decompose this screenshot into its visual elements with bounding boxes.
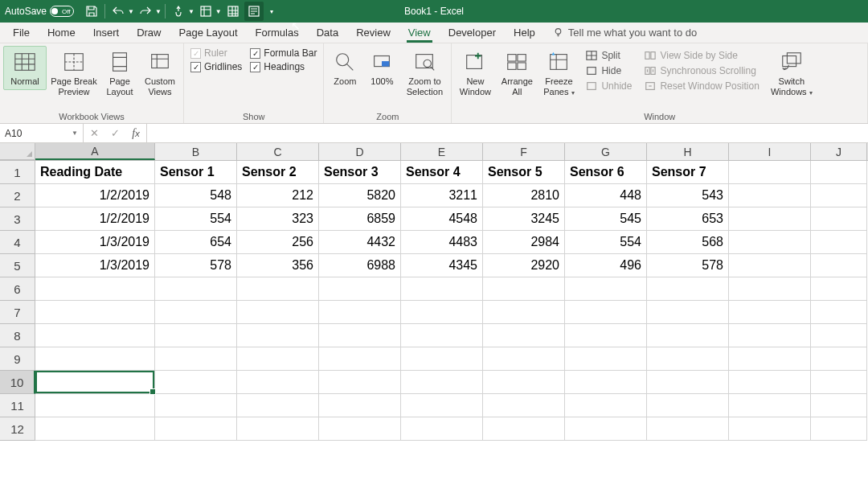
cell[interactable]: [811, 254, 867, 277]
chevron-down-icon[interactable]: ▼: [155, 8, 162, 15]
cell[interactable]: [729, 207, 811, 231]
cell[interactable]: [729, 417, 811, 441]
cell[interactable]: 4548: [401, 207, 483, 231]
cell[interactable]: 4432: [319, 231, 401, 254]
row-header[interactable]: 9: [0, 347, 35, 371]
cell[interactable]: [401, 417, 483, 441]
column-header-C[interactable]: C: [237, 143, 319, 160]
cell[interactable]: 6859: [319, 207, 401, 231]
cell[interactable]: [35, 347, 155, 371]
cell[interactable]: Sensor 4: [401, 161, 483, 184]
cell[interactable]: [565, 277, 647, 301]
cell[interactable]: [729, 347, 811, 371]
form-icon[interactable]: [244, 2, 264, 21]
cell[interactable]: 4483: [401, 231, 483, 254]
tab-insert[interactable]: Insert: [85, 23, 128, 43]
cell[interactable]: [811, 184, 867, 207]
page-layout-button[interactable]: Page Layout: [101, 46, 138, 100]
row-header[interactable]: 3: [0, 207, 35, 231]
row-header[interactable]: 10: [0, 371, 35, 394]
formula-bar[interactable]: [147, 124, 868, 142]
toggle-off-icon[interactable]: Off: [50, 6, 74, 17]
cell[interactable]: [319, 277, 401, 301]
cell[interactable]: 1/3/2019: [35, 254, 155, 277]
cell[interactable]: [483, 277, 565, 301]
cell[interactable]: [729, 394, 811, 417]
tab-data[interactable]: Data: [309, 23, 346, 43]
cell[interactable]: [647, 324, 729, 347]
column-header-F[interactable]: F: [483, 143, 565, 160]
cell[interactable]: 1/3/2019: [35, 231, 155, 254]
row-header[interactable]: 7: [0, 301, 35, 324]
cell[interactable]: [155, 301, 237, 324]
cell[interactable]: [647, 301, 729, 324]
cell[interactable]: [401, 301, 483, 324]
cell[interactable]: [401, 347, 483, 371]
cell[interactable]: [401, 324, 483, 347]
cell[interactable]: [401, 394, 483, 417]
chevron-down-icon[interactable]: ▼: [215, 8, 222, 15]
cell[interactable]: 578: [155, 254, 237, 277]
tab-page-layout[interactable]: Page Layout: [171, 23, 246, 43]
cell[interactable]: [155, 417, 237, 441]
cell[interactable]: [483, 417, 565, 441]
cell[interactable]: [401, 277, 483, 301]
cell[interactable]: [811, 417, 867, 441]
cell[interactable]: [811, 207, 867, 231]
cell[interactable]: [155, 371, 237, 394]
cell[interactable]: [319, 417, 401, 441]
cell[interactable]: [35, 301, 155, 324]
cell[interactable]: Sensor 6: [565, 161, 647, 184]
cell[interactable]: [729, 301, 811, 324]
cell[interactable]: 5820: [319, 184, 401, 207]
cell[interactable]: [729, 161, 811, 184]
cell[interactable]: [647, 347, 729, 371]
column-header-H[interactable]: H: [647, 143, 729, 160]
cell[interactable]: 653: [647, 207, 729, 231]
cell[interactable]: 323: [237, 207, 319, 231]
cell[interactable]: [811, 347, 867, 371]
table-icon[interactable]: [223, 2, 243, 21]
cell[interactable]: [35, 324, 155, 347]
cell[interactable]: [483, 347, 565, 371]
cell[interactable]: [35, 371, 155, 394]
name-box[interactable]: A10 ▼: [0, 124, 84, 142]
formula-bar-checkbox[interactable]: ✓Formula Bar: [250, 47, 317, 59]
tab-view[interactable]: View: [400, 23, 439, 43]
cell[interactable]: 212: [237, 184, 319, 207]
hundred-percent-button[interactable]: 100%: [364, 46, 399, 90]
cell[interactable]: [319, 324, 401, 347]
cell[interactable]: [35, 417, 155, 441]
cell[interactable]: Sensor 1: [155, 161, 237, 184]
cell[interactable]: [811, 324, 867, 347]
cell[interactable]: 356: [237, 254, 319, 277]
cell[interactable]: [155, 277, 237, 301]
cell[interactable]: [237, 347, 319, 371]
cell[interactable]: [401, 371, 483, 394]
gridlines-checkbox[interactable]: ✓Gridlines: [190, 61, 242, 72]
cell[interactable]: 2810: [483, 184, 565, 207]
cell[interactable]: 6988: [319, 254, 401, 277]
cell[interactable]: 1/2/2019: [35, 184, 155, 207]
cell[interactable]: Sensor 3: [319, 161, 401, 184]
cell[interactable]: [811, 277, 867, 301]
cell[interactable]: [811, 371, 867, 394]
cell[interactable]: [811, 161, 867, 184]
cell[interactable]: [729, 231, 811, 254]
cell[interactable]: [483, 301, 565, 324]
new-window-button[interactable]: New Window: [455, 46, 495, 100]
row-header[interactable]: 8: [0, 324, 35, 347]
tab-home[interactable]: Home: [39, 23, 84, 43]
cell[interactable]: [565, 394, 647, 417]
column-header-E[interactable]: E: [401, 143, 483, 160]
cell[interactable]: [319, 371, 401, 394]
row-header[interactable]: 12: [0, 417, 35, 441]
cell[interactable]: 568: [647, 231, 729, 254]
custom-views-button[interactable]: Custom Views: [140, 46, 180, 100]
cell[interactable]: 548: [155, 184, 237, 207]
undo-icon[interactable]: [108, 2, 128, 21]
cell[interactable]: [729, 184, 811, 207]
customize-qat-icon[interactable]: ▾: [270, 8, 273, 15]
cell[interactable]: 545: [565, 207, 647, 231]
tab-draw[interactable]: Draw: [129, 23, 169, 43]
